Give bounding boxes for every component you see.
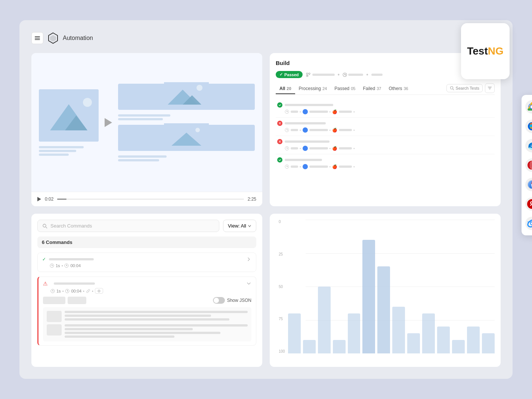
video-controls: 0:02 2:25 xyxy=(31,192,262,206)
search-tests-input[interactable]: Search Tests xyxy=(446,84,483,92)
build-tabs: All 20 Processing 24 Passed 05 Failed 37… xyxy=(276,83,495,95)
filter-button[interactable] xyxy=(485,83,495,93)
error-tags xyxy=(43,297,86,304)
table-row[interactable]: • • 🍎 • xyxy=(276,99,495,118)
tab-others[interactable]: Others 36 xyxy=(385,84,412,94)
svg-rect-0 xyxy=(35,36,40,37)
chart-container: 100 75 50 25 0 xyxy=(276,220,495,361)
warning-icon: ⚠ xyxy=(43,281,48,287)
play-button-center[interactable] xyxy=(105,118,112,127)
chart-bar xyxy=(333,340,346,353)
table-row[interactable]: • • 🍎 • xyxy=(276,154,495,172)
video-grid-right xyxy=(118,84,255,161)
tag-badge xyxy=(95,288,103,294)
video-progress-fill xyxy=(57,199,66,200)
commands-card: Search Commands View: All 6 Commands ✓ xyxy=(31,214,262,367)
browser-sidebar: Я xyxy=(522,95,532,235)
app-logo-icon xyxy=(47,32,59,44)
filter-icon xyxy=(487,86,492,91)
svg-line-25 xyxy=(453,89,454,90)
chart-axes: 100 75 50 25 0 xyxy=(276,220,495,353)
content-grid: 0:02 2:25 Build xyxy=(31,53,501,367)
browser-badge xyxy=(303,164,308,169)
search-commands-input[interactable]: Search Commands xyxy=(37,220,219,232)
svg-point-6 xyxy=(83,98,92,107)
chart-bar xyxy=(452,340,465,353)
chart-y-axis: 100 75 50 25 0 xyxy=(276,220,288,353)
show-json-row: Show JSON xyxy=(43,297,251,304)
right-lines xyxy=(118,114,255,120)
app-title: Automation xyxy=(63,35,93,41)
browser-badge xyxy=(303,127,308,133)
right-lines-2 xyxy=(118,155,255,161)
svg-line-34 xyxy=(46,227,47,228)
video-time-total: 2:25 xyxy=(248,197,256,202)
chart-bar xyxy=(377,266,390,353)
clock-icon xyxy=(50,289,55,293)
status-fail-icon xyxy=(277,121,282,126)
tab-passed[interactable]: Passed 05 xyxy=(331,84,359,94)
edge-browser-icon[interactable] xyxy=(525,138,532,153)
firefox-browser-icon[interactable] xyxy=(525,119,532,134)
chart-bar xyxy=(362,240,375,353)
status-badge-passed: ✓ Passed xyxy=(276,71,303,78)
video-time-current: 0:02 xyxy=(45,197,53,202)
play-pause-button[interactable] xyxy=(37,197,41,201)
table-row[interactable]: • • 🍎 • xyxy=(276,136,495,154)
tab-processing[interactable]: Processing 24 xyxy=(295,84,331,94)
table-row[interactable]: • • 🍎 • xyxy=(276,118,495,136)
video-caption-lines xyxy=(39,146,99,156)
check-icon: ✓ xyxy=(42,257,46,262)
svg-point-20 xyxy=(309,73,310,74)
video-thumb-2 xyxy=(118,125,255,151)
tab-failed[interactable]: Failed 37 xyxy=(359,84,385,94)
test-list: • • 🍎 • xyxy=(276,99,495,172)
yandex-browser-icon[interactable]: Я xyxy=(525,197,532,211)
main-container: Automation xyxy=(19,20,513,379)
testng-logo: TestNG xyxy=(467,45,504,57)
browser-badge xyxy=(303,146,308,151)
command-item-error[interactable]: ⚠ 1s • xyxy=(37,276,256,346)
video-content xyxy=(31,53,262,192)
chart-bar xyxy=(303,340,316,353)
search-filter-row: Search Tests xyxy=(446,83,495,95)
clock-small-icon xyxy=(285,109,289,114)
menu-button[interactable] xyxy=(31,32,43,44)
video-preview-large xyxy=(39,89,99,142)
svg-text:Я: Я xyxy=(530,201,532,207)
svg-point-13 xyxy=(195,128,200,132)
header: Automation xyxy=(31,32,501,44)
view-select[interactable]: View: All xyxy=(223,220,256,232)
opera-browser-icon[interactable] xyxy=(525,158,532,173)
chart-bar xyxy=(348,313,361,353)
json-toggle-switch[interactable] xyxy=(213,297,225,304)
video-card: 0:02 2:25 xyxy=(31,53,262,206)
svg-point-24 xyxy=(450,87,453,89)
chevron-down-icon xyxy=(246,281,251,286)
ie-browser-icon[interactable] xyxy=(525,216,532,231)
settings-icon xyxy=(97,289,101,293)
video-progress-bar[interactable] xyxy=(57,199,244,200)
chart-bar xyxy=(437,327,450,353)
clock-small-icon xyxy=(285,146,289,151)
status-pass-icon xyxy=(277,157,282,163)
safari-browser-icon[interactable] xyxy=(525,177,532,192)
clock-small-icon xyxy=(285,164,289,169)
clock-icon xyxy=(343,72,347,77)
error-thumb-2 xyxy=(47,324,62,335)
status-fail-icon xyxy=(277,139,282,144)
commands-count: 6 Commands xyxy=(37,236,256,248)
chart-bar xyxy=(407,333,420,353)
chart-bar xyxy=(422,313,435,353)
timer-icon xyxy=(65,289,69,293)
chrome-browser-icon[interactable] xyxy=(525,99,532,114)
search-icon xyxy=(450,86,454,90)
command-item-pass[interactable]: ✓ 1s • xyxy=(37,253,256,272)
chart-bar xyxy=(392,307,405,353)
show-json-toggle[interactable]: Show JSON xyxy=(213,297,251,304)
chart-bar xyxy=(318,287,331,353)
build-meta xyxy=(306,72,335,77)
tab-all[interactable]: All 20 xyxy=(276,84,295,94)
svg-rect-2 xyxy=(35,39,40,40)
build-title: Build xyxy=(276,60,290,66)
